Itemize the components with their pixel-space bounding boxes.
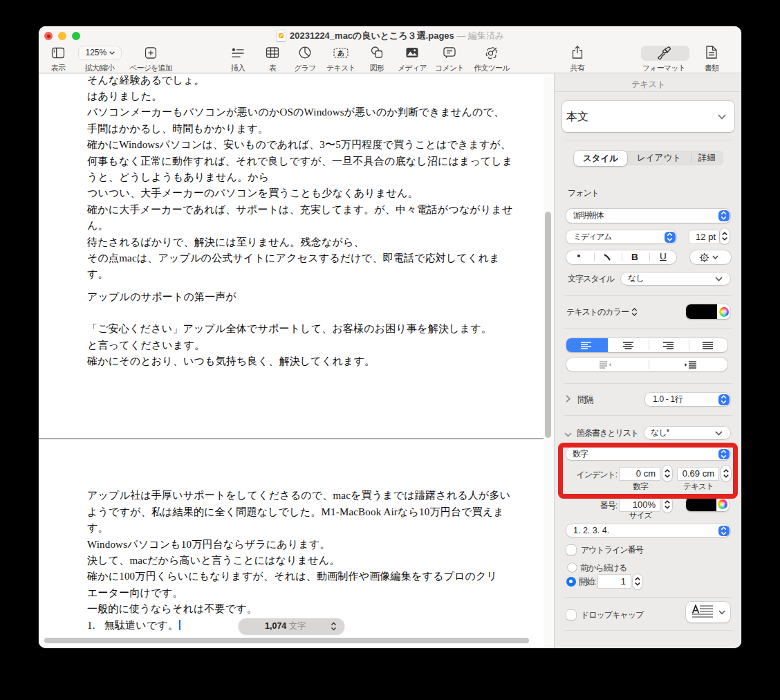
svg-text:あ: あ xyxy=(337,49,344,57)
